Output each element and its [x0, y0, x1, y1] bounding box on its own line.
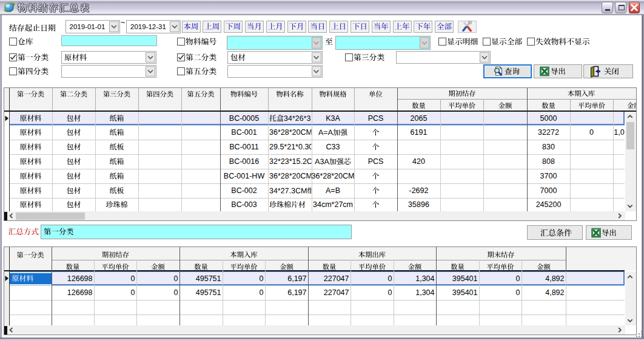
svg-text:0: 0	[589, 128, 594, 137]
svg-text:K3A: K3A	[326, 114, 340, 123]
svg-text:32272: 32272	[538, 128, 559, 137]
svg-text:126698: 126698	[67, 288, 93, 297]
svg-text:BC-001: BC-001	[231, 128, 257, 137]
svg-text:495751: 495751	[196, 288, 221, 297]
svg-text:0: 0	[131, 274, 135, 283]
svg-text:34cm*27cm: 34cm*27cm	[313, 200, 353, 209]
svg-text:4,892: 4,892	[545, 274, 564, 283]
svg-text:2019-01-01: 2019-01-01	[70, 23, 106, 30]
svg-text:0: 0	[516, 274, 520, 283]
svg-text:1,0: 1,0	[614, 128, 624, 137]
svg-text:227047: 227047	[324, 288, 349, 297]
svg-text:126698: 126698	[67, 274, 93, 283]
svg-text:36*28*20CM: 36*28*20CM	[269, 128, 312, 137]
svg-text:0: 0	[388, 288, 392, 297]
svg-text:6,197: 6,197	[287, 274, 306, 283]
svg-text:29.5*21*0.30: 29.5*21*0.30	[269, 143, 313, 151]
svg-text:0: 0	[174, 288, 178, 297]
svg-text:36*28*20CM: 36*28*20CM	[269, 172, 312, 180]
svg-text:A=B: A=B	[326, 186, 340, 195]
svg-text:808: 808	[542, 157, 555, 166]
svg-text:495751: 495751	[196, 274, 221, 283]
svg-text:5000: 5000	[540, 114, 557, 123]
svg-text:830: 830	[542, 143, 555, 151]
svg-text:227047: 227047	[324, 274, 349, 283]
svg-text:1,304: 1,304	[415, 288, 434, 297]
svg-text:35896: 35896	[408, 200, 429, 209]
svg-text:3700: 3700	[540, 172, 557, 180]
svg-text:4,892: 4,892	[545, 288, 564, 297]
svg-text:BC-003: BC-003	[231, 200, 257, 209]
svg-text:7000: 7000	[540, 186, 557, 195]
svg-text:0: 0	[174, 274, 178, 283]
svg-text:2065: 2065	[411, 114, 428, 123]
svg-text:2019-12-31: 2019-12-31	[130, 23, 166, 30]
svg-text:C33: C33	[326, 143, 340, 151]
svg-text:395401: 395401	[452, 288, 478, 297]
svg-text:0: 0	[388, 274, 392, 283]
svg-text:PCS: PCS	[368, 157, 384, 166]
svg-text:0: 0	[131, 288, 135, 297]
svg-text:BC-001-HW: BC-001-HW	[224, 172, 265, 180]
svg-text:BC-0016: BC-0016	[229, 157, 259, 166]
svg-text:0: 0	[516, 288, 520, 297]
svg-text:6191: 6191	[411, 128, 428, 137]
svg-text:0: 0	[260, 288, 264, 297]
svg-text:6,197: 6,197	[287, 288, 306, 297]
svg-text:BC-0011: BC-0011	[229, 143, 258, 151]
svg-text:PCS: PCS	[368, 114, 384, 123]
svg-text:420: 420	[412, 157, 425, 166]
svg-text:1,304: 1,304	[415, 274, 434, 283]
svg-text:395401: 395401	[452, 274, 478, 283]
svg-text:~: ~	[121, 18, 125, 27]
svg-text:32*23*15.2C: 32*23*15.2C	[269, 157, 312, 166]
svg-text:245200: 245200	[536, 200, 562, 209]
svg-text:36*28*20CM: 36*28*20CM	[312, 172, 355, 180]
svg-text:BC-002: BC-002	[231, 186, 257, 195]
svg-text:-2692: -2692	[409, 186, 429, 195]
svg-text:0: 0	[260, 274, 264, 283]
svg-text:BC-0005: BC-0005	[229, 114, 259, 123]
